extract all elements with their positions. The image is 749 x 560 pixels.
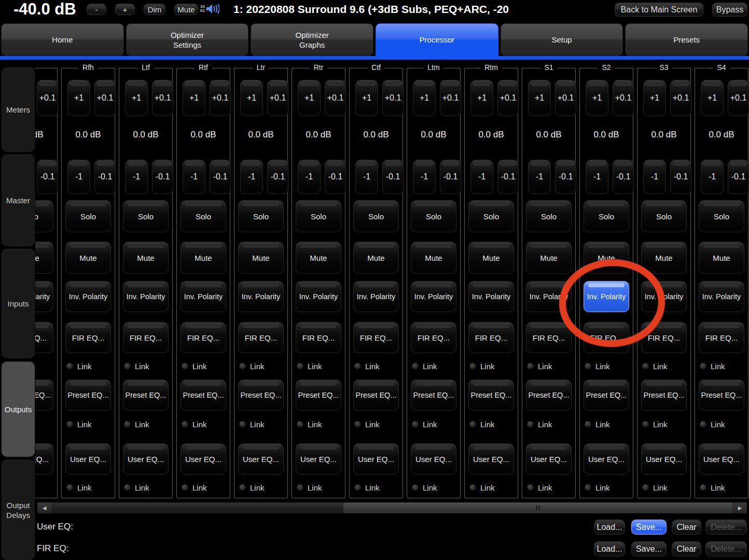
gain-down-0_1-button-s3[interactable]: -0.1	[670, 160, 691, 194]
inv-polarity-button-ltr[interactable]: Inv. Polarity	[238, 281, 284, 312]
fir-eq-link-toggle-rtr[interactable]: Link	[297, 361, 322, 371]
solo-button-s4[interactable]: Solo	[699, 200, 744, 232]
user-eq-link-toggle-s1[interactable]: Link	[527, 482, 552, 493]
gain-down-0_1-button-ltm[interactable]: -0.1	[440, 160, 461, 194]
preset-eq-link-toggle-s4[interactable]: Link	[700, 419, 725, 429]
fir-eq-button-rtf[interactable]: FIR EQ...	[181, 322, 226, 353]
fir-eq-link-toggle-s1[interactable]: Link	[527, 361, 552, 371]
fir-eq-link-toggle-ltf[interactable]: Link	[124, 361, 149, 371]
gain-up-1-button-s4[interactable]: +1	[701, 80, 724, 116]
fir-eq-link-toggle-rtm[interactable]: Link	[469, 361, 495, 371]
user-eq-link-toggle-ltm[interactable]: Link	[412, 482, 437, 493]
user-eq-button-rtm[interactable]: User EQ...	[468, 443, 514, 474]
solo-button-rtf[interactable]: Solo	[181, 200, 226, 232]
user-eq-button-s2[interactable]: User EQ...	[584, 443, 629, 474]
gain-up-1-button-ctf[interactable]: +1	[355, 80, 378, 116]
mute-button-s1[interactable]: Mute	[526, 242, 572, 274]
fir-eq-button-ltm[interactable]: FIR EQ...	[411, 322, 456, 353]
gain-up-0_1-button-ctf[interactable]: +0.1	[382, 80, 404, 116]
bypass-button[interactable]: Bypass	[712, 3, 747, 17]
solo-button-s2[interactable]: Solo	[584, 200, 629, 232]
inv-polarity-button-ctf[interactable]: Inv. Polarity	[353, 281, 399, 312]
preset-eq-button-rtf[interactable]: Preset EQ...	[181, 380, 226, 411]
user-eq-button-rfh[interactable]: User EQ...	[65, 443, 111, 474]
solo-button-rfh[interactable]: Solo	[65, 200, 111, 232]
dim-button[interactable]: Dim	[144, 4, 165, 15]
fir-eq-button-ltr[interactable]: FIR EQ...	[238, 322, 284, 353]
preset-eq-button-ltm[interactable]: Preset EQ...	[411, 380, 456, 411]
gain-up-0_1-button-rtf[interactable]: +0.1	[210, 80, 231, 116]
gain-down-0_1-button-rtf[interactable]: -0.1	[210, 160, 231, 194]
scrollbar-thumb[interactable]	[343, 502, 732, 513]
mute-button-s4[interactable]: Mute	[699, 242, 744, 274]
scroll-right-arrow[interactable]: ▶	[733, 502, 747, 513]
gain-down-1-button-s1[interactable]: -1	[528, 160, 551, 194]
solo-button-rtr[interactable]: Solo	[296, 200, 341, 232]
user-eq-button-ctf[interactable]: User EQ...	[353, 443, 399, 474]
master-mute-button[interactable]: Mute	[174, 4, 198, 15]
mute-button-rtf[interactable]: Mute	[181, 242, 226, 274]
gain-down-0_1-button-s1[interactable]: -0.1	[555, 160, 576, 194]
user-eq-button-ltr[interactable]: User EQ...	[238, 443, 284, 474]
fir-eq-button-ctf[interactable]: FIR EQ...	[353, 322, 399, 353]
fir-eq-button-s2[interactable]: FIR EQ...	[584, 322, 629, 353]
fir-eq-link-toggle-s3[interactable]: Link	[642, 361, 668, 371]
user-eq-link-toggle-ctf[interactable]: Link	[354, 482, 380, 493]
preset-eq-link-toggle-rtf[interactable]: Link	[182, 419, 207, 429]
gain-up-0_1-button-ltm[interactable]: +0.1	[440, 80, 461, 116]
fir-eq-button-s3[interactable]: FIR EQ...	[641, 322, 687, 353]
gain-down-0_1-button-ltf[interactable]: -0.1	[152, 160, 173, 194]
preset-eq-link-toggle-rtm[interactable]: Link	[469, 419, 495, 429]
solo-button-ctf[interactable]: Solo	[353, 200, 399, 232]
fir-eq-link-toggle-rfh[interactable]: Link	[66, 361, 92, 371]
gain-up-0_1-button-rfh[interactable]: +0.1	[94, 80, 116, 116]
gain-up-0_1-button-s4[interactable]: +0.1	[728, 80, 749, 116]
solo-button-ltm[interactable]: Solo	[411, 200, 456, 232]
gain-up-1-button-rtm[interactable]: +1	[470, 80, 493, 116]
fir-eq-clear-button[interactable]: Clear	[672, 541, 701, 556]
gain-down-1-button-rtm[interactable]: -1	[470, 160, 493, 194]
gain-up-1-button-ltf[interactable]: +1	[125, 80, 148, 116]
gain-down-0_1-button-rtr[interactable]: -0.1	[325, 160, 346, 194]
user-eq-link-toggle-rtf[interactable]: Link	[182, 482, 207, 493]
inv-polarity-button-ltm[interactable]: Inv. Polarity	[411, 281, 456, 312]
gain-down-1-button-s3[interactable]: -1	[643, 160, 666, 194]
mute-button-s2[interactable]: Mute	[584, 242, 629, 274]
fir-eq-button-rtm[interactable]: FIR EQ...	[468, 322, 514, 353]
solo-button-s1[interactable]: Solo	[526, 200, 572, 232]
inv-polarity-button-s4[interactable]: Inv. Polarity	[699, 281, 744, 312]
fir-eq-link-toggle-ltm[interactable]: Link	[412, 361, 437, 371]
tab-optimizer-graphs[interactable]: Optimizer Graphs	[251, 23, 373, 56]
fir-eq-link-toggle-rtf[interactable]: Link	[182, 361, 207, 371]
gain-down-0_1-button-s2[interactable]: -0.1	[613, 160, 634, 194]
gain-down-0_1-button-ctf[interactable]: -0.1	[382, 160, 404, 194]
inv-polarity-button-ltf[interactable]: Inv. Polarity	[123, 281, 169, 312]
fir-eq-button-ltf[interactable]: FIR EQ...	[123, 322, 169, 353]
gain-up-0_1-button-s3[interactable]: +0.1	[670, 80, 691, 116]
preset-eq-button-rtr[interactable]: Preset EQ...	[296, 380, 341, 411]
user-eq-link-toggle-ltf[interactable]: Link	[124, 482, 149, 493]
inv-polarity-button-rfh[interactable]: Inv. Polarity	[65, 281, 111, 312]
inv-polarity-button-rtf[interactable]: Inv. Polarity	[181, 281, 226, 312]
user-eq-button-s4[interactable]: User EQ...	[699, 443, 744, 474]
preset-eq-link-toggle-s2[interactable]: Link	[585, 419, 610, 429]
sidebar-item-output-delays[interactable]: Output Delays	[2, 460, 35, 560]
user-eq-clear-button[interactable]: Clear	[672, 520, 701, 535]
user-eq-link-toggle-rtr[interactable]: Link	[297, 482, 322, 493]
mute-button-s3[interactable]: Mute	[641, 242, 687, 274]
gain-up-1-button-rtr[interactable]: +1	[298, 80, 321, 116]
preset-eq-link-toggle-ltf[interactable]: Link	[124, 419, 149, 429]
user-eq-button-s3[interactable]: User EQ...	[641, 443, 687, 474]
sidebar-item-outputs[interactable]: Outputs	[2, 361, 35, 457]
gain-up-0_1-button-rtm[interactable]: +0.1	[497, 80, 519, 116]
preset-eq-button-ltf[interactable]: Preset EQ...	[123, 380, 169, 411]
fir-eq-button-rtr[interactable]: FIR EQ...	[296, 322, 341, 353]
user-eq-save-button[interactable]: Save...	[631, 520, 667, 535]
gain-up-1-button-rtf[interactable]: +1	[183, 80, 205, 116]
preset-eq-button-rtm[interactable]: Preset EQ...	[468, 380, 514, 411]
gain-up-1-button-s1[interactable]: +1	[528, 80, 551, 116]
fir-eq-link-toggle-ctf[interactable]: Link	[354, 361, 380, 371]
preset-eq-link-toggle-rfh[interactable]: Link	[66, 419, 92, 429]
preset-eq-button-rfh[interactable]: Preset EQ...	[65, 380, 111, 411]
fir-eq-save-button[interactable]: Save...	[631, 541, 667, 556]
